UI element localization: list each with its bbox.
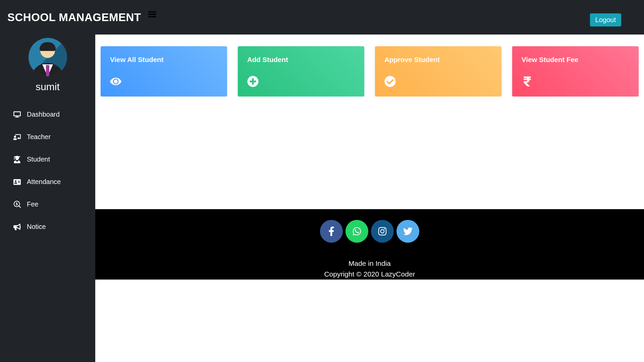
- svg-rect-2: [148, 16, 156, 17]
- sidebar-item-student[interactable]: Student: [0, 148, 95, 171]
- id-card-icon: [13, 178, 21, 186]
- card-view-all-student[interactable]: View All Student: [101, 46, 227, 97]
- svg-rect-1: [148, 14, 156, 15]
- eye-icon: [110, 76, 218, 88]
- menu-toggle-icon[interactable]: [148, 10, 156, 20]
- svg-rect-0: [148, 11, 156, 13]
- twitter-icon[interactable]: [396, 220, 419, 243]
- check-circle-icon: [384, 76, 492, 88]
- sidebar-item-label: Notice: [27, 223, 46, 231]
- bullhorn-icon: [13, 223, 21, 231]
- sidebar-item-label: Dashboard: [27, 111, 60, 118]
- card-title: View All Student: [110, 56, 218, 64]
- footer: Made in India Copyright © 2020 LazyCoder: [95, 209, 644, 280]
- top-header: SCHOOL MANAGEMENT Logout: [0, 0, 644, 35]
- sidebar: sumit Dashboard Teacher Student: [0, 35, 95, 362]
- avatar: [29, 38, 67, 76]
- sidebar-item-fee[interactable]: Fee: [0, 193, 95, 216]
- facebook-icon[interactable]: [320, 220, 343, 243]
- header-left: SCHOOL MANAGEMENT: [7, 11, 156, 24]
- footer-line-1: Made in India: [95, 258, 644, 269]
- main-content: View All Student Add Student Approve Stu…: [95, 35, 644, 362]
- graduate-icon: [13, 156, 21, 163]
- card-add-student[interactable]: Add Student: [238, 46, 364, 97]
- username-text: sumit: [0, 81, 95, 93]
- card-title: View Student Fee: [522, 56, 629, 64]
- sidebar-item-label: Attendance: [27, 178, 61, 186]
- sidebar-item-attendance[interactable]: Attendance: [0, 171, 95, 193]
- sidebar-item-dashboard[interactable]: Dashboard: [0, 103, 95, 126]
- search-dollar-icon: [13, 201, 21, 208]
- card-title: Approve Student: [384, 56, 492, 64]
- sidebar-item-label: Student: [27, 156, 50, 163]
- sidebar-nav: Dashboard Teacher Student Attendance: [0, 97, 95, 238]
- card-view-student-fee[interactable]: View Student Fee: [512, 46, 639, 97]
- whatsapp-icon[interactable]: [345, 220, 368, 243]
- instagram-icon[interactable]: [371, 220, 394, 243]
- content-spacer: [95, 97, 644, 209]
- card-approve-student[interactable]: Approve Student: [375, 46, 501, 97]
- sidebar-item-teacher[interactable]: Teacher: [0, 126, 95, 148]
- profile-block: sumit: [0, 35, 95, 97]
- plus-circle-icon: [247, 76, 355, 88]
- logout-button[interactable]: Logout: [590, 13, 621, 26]
- card-title: Add Student: [247, 56, 355, 64]
- cards-row: View All Student Add Student Approve Stu…: [95, 35, 644, 97]
- social-row: [95, 220, 644, 243]
- chalkboard-teacher-icon: [13, 133, 21, 141]
- footer-line-2: Copyright © 2020 LazyCoder: [95, 269, 644, 280]
- sidebar-item-notice[interactable]: Notice: [0, 216, 95, 238]
- rupee-icon: [522, 76, 629, 88]
- sidebar-item-label: Teacher: [27, 133, 51, 141]
- sidebar-item-label: Fee: [27, 200, 38, 208]
- app-title: SCHOOL MANAGEMENT: [7, 11, 141, 24]
- desktop-icon: [13, 111, 21, 118]
